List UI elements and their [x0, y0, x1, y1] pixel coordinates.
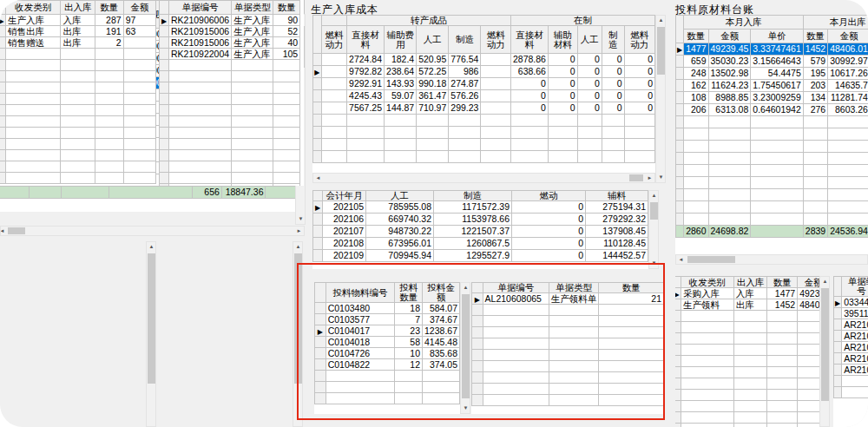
row-header[interactable]	[160, 161, 169, 173]
column-header[interactable]: 金额	[123, 1, 155, 15]
cell[interactable]	[828, 189, 868, 201]
cell[interactable]	[273, 60, 300, 71]
column-group-header[interactable]: 本月入库	[684, 16, 804, 30]
cell[interactable]	[61, 161, 95, 173]
cell[interactable]	[684, 141, 708, 153]
cell[interactable]: 采购入库	[681, 288, 733, 299]
cell[interactable]	[232, 71, 273, 82]
cell[interactable]: 1477	[684, 43, 708, 56]
cell[interactable]: 105	[273, 49, 300, 60]
cell[interactable]: 40	[273, 37, 300, 49]
cell[interactable]: 13502.98	[708, 68, 751, 80]
cell[interactable]: 110128.45	[586, 238, 648, 250]
cell[interactable]	[803, 189, 827, 201]
cell[interactable]	[803, 177, 827, 189]
cell[interactable]	[273, 82, 300, 94]
cell[interactable]: 202108	[323, 238, 366, 250]
row-header[interactable]	[160, 37, 169, 49]
cell[interactable]	[385, 151, 417, 163]
cell[interactable]: 137908.45	[586, 226, 648, 238]
cell[interactable]	[95, 82, 123, 94]
cell[interactable]: 2724.84	[347, 54, 385, 66]
cell[interactable]	[5, 128, 60, 139]
cell[interactable]	[169, 150, 232, 161]
cell[interactable]: 0	[577, 102, 602, 115]
cell[interactable]	[803, 141, 827, 153]
cell[interactable]	[767, 356, 798, 367]
cell[interactable]: 275194.31	[586, 201, 648, 214]
cell[interactable]: 202107	[323, 226, 366, 238]
cell[interactable]	[232, 139, 273, 150]
cell[interactable]	[708, 189, 751, 201]
cell[interactable]: 3951159	[842, 308, 868, 319]
cell[interactable]	[61, 150, 95, 161]
cell[interactable]	[0, 187, 30, 199]
cell[interactable]	[61, 173, 95, 184]
cell[interactable]	[767, 322, 798, 333]
cell[interactable]: 销售赠送	[5, 37, 60, 49]
cell[interactable]	[169, 60, 232, 71]
cell[interactable]	[5, 60, 60, 71]
cell[interactable]	[169, 71, 232, 82]
cell[interactable]: 248	[684, 68, 708, 80]
column-header[interactable]: 单据编号	[842, 277, 868, 297]
cell[interactable]	[684, 153, 708, 165]
cell[interactable]	[803, 116, 827, 128]
row-header[interactable]	[676, 153, 684, 165]
cell[interactable]	[708, 128, 751, 141]
scroll-right-icon[interactable]: ►	[294, 227, 304, 236]
scroll-right-icon[interactable]: ►	[645, 174, 654, 183]
cell[interactable]	[95, 139, 123, 150]
cell[interactable]	[733, 412, 767, 424]
cell[interactable]	[510, 139, 548, 151]
cell[interactable]	[481, 102, 511, 115]
cell[interactable]: 生产入库	[5, 15, 60, 26]
cell[interactable]: 673956.01	[366, 238, 434, 250]
cell[interactable]	[733, 401, 767, 412]
cell[interactable]: 0	[577, 90, 602, 102]
scrollbar-thumb[interactable]	[821, 288, 829, 401]
cell[interactable]	[5, 71, 60, 82]
column-header[interactable]: 制造	[434, 191, 512, 201]
cell[interactable]	[232, 184, 273, 187]
cell[interactable]	[95, 116, 123, 128]
cell[interactable]	[321, 78, 346, 90]
column-header[interactable]: 人工	[366, 191, 434, 201]
cell[interactable]: 0	[624, 66, 654, 78]
cell[interactable]	[273, 94, 300, 105]
cell[interactable]	[321, 90, 346, 102]
cell[interactable]	[733, 345, 767, 356]
column-header[interactable]: 数量	[803, 30, 827, 43]
row-header[interactable]	[834, 319, 842, 331]
cell[interactable]	[733, 424, 767, 427]
cell[interactable]: 9292.91	[347, 78, 385, 90]
cell[interactable]	[751, 201, 803, 214]
row-header[interactable]	[313, 54, 322, 66]
cell[interactable]	[232, 82, 273, 94]
column-header[interactable]: 单据编号	[169, 1, 232, 15]
cell[interactable]	[708, 116, 751, 128]
row-header[interactable]	[834, 331, 842, 342]
cell[interactable]: 579	[803, 56, 827, 68]
cell[interactable]: 0	[624, 78, 654, 90]
cell[interactable]	[684, 177, 708, 189]
cell[interactable]	[169, 82, 232, 94]
cell[interactable]	[751, 153, 803, 165]
scroll-left-icon[interactable]: ◄	[0, 227, 7, 236]
cell[interactable]: 97	[123, 15, 155, 26]
row-header[interactable]	[676, 92, 684, 104]
cell[interactable]: 990.18	[417, 78, 449, 90]
cell[interactable]	[751, 128, 803, 141]
cell[interactable]	[681, 424, 733, 427]
cell[interactable]	[5, 150, 60, 161]
row-header[interactable]	[676, 165, 684, 177]
cell[interactable]: 206	[684, 104, 708, 116]
cell[interactable]	[169, 116, 232, 128]
cell[interactable]: 11624.23	[708, 80, 751, 92]
cell[interactable]	[733, 333, 767, 345]
cell[interactable]: 0	[512, 201, 586, 214]
row-header[interactable]	[313, 151, 322, 163]
cell[interactable]	[232, 161, 273, 173]
cell[interactable]: 24536.94	[828, 226, 868, 238]
scroll-left-icon[interactable]: ◄	[313, 174, 323, 183]
